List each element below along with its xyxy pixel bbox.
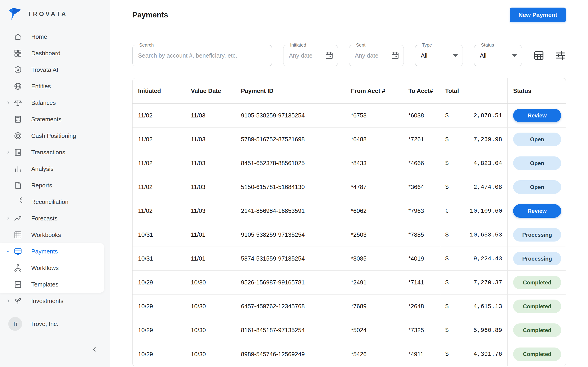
payment-row[interactable]: 11/0211/039105-538259-97135254*6758*6038…	[132, 104, 566, 127]
value-date-cell: 11/03	[191, 199, 241, 223]
sidebar-item-entities[interactable]: Entities	[0, 78, 110, 94]
currency-symbol: $	[445, 327, 449, 334]
initiated-date-field[interactable]: Initiated Any date	[283, 45, 338, 66]
home-icon	[13, 32, 23, 42]
status-completed-pill[interactable]: Completed	[513, 348, 561, 361]
initiated-cell: 10/31	[132, 223, 191, 247]
sent-date-field[interactable]: Sent Any date	[349, 45, 404, 66]
status-open-pill[interactable]: Open	[513, 133, 561, 146]
sidebar-item-reports[interactable]: Reports	[0, 177, 110, 194]
initiated-field-label: Initiated	[288, 42, 308, 48]
sidebar-item-label: Forecasts	[31, 215, 57, 222]
from-acct-cell: *8433	[351, 151, 408, 175]
total-cell: $2,474.08	[440, 175, 507, 199]
type-select[interactable]: Type All	[415, 45, 463, 66]
status-select[interactable]: Status All	[474, 45, 522, 66]
payments-nav-group: PaymentsWorkflowsTemplates	[0, 243, 104, 293]
sidebar-item-statements[interactable]: Statements	[0, 111, 110, 127]
page-header: Payments New Payment	[132, 8, 566, 22]
sidebar-item-reconciliation[interactable]: Reconciliation	[0, 194, 110, 210]
total-cell: €10,109.60	[440, 199, 507, 223]
sidebar-item-workflows[interactable]: Workflows	[0, 260, 104, 276]
amount: 7,270.37	[473, 279, 502, 286]
sidebar-item-cash-positioning[interactable]: Cash Positioning	[0, 127, 110, 144]
payment-id-cell: 5874-531559-97135254	[241, 247, 351, 270]
sidebar-item-balances[interactable]: Balances	[0, 94, 110, 111]
to-acct-cell: *7325	[408, 318, 440, 342]
chevron-right-icon	[4, 100, 12, 105]
calendar-icon	[325, 51, 334, 60]
payment-row[interactable]: 10/2910/309526-156987-99165781*2491*7141…	[132, 271, 566, 294]
account-switcher[interactable]: Tr Trove, Inc.	[0, 317, 110, 331]
payment-row[interactable]: 10/2910/308989-545746-12569249*5426*4911…	[132, 342, 566, 366]
brand[interactable]: TROVATA	[0, 0, 110, 28]
column-header-value-date[interactable]: Value Date	[191, 78, 241, 103]
sidebar-item-trovata-ai[interactable]: Trovata AI	[0, 61, 110, 78]
avatar: Tr	[8, 317, 22, 331]
sidebar-item-home[interactable]: Home	[0, 28, 110, 45]
payment-row[interactable]: 11/0211/038451-652378-88561025*8433*4666…	[132, 151, 566, 175]
status-completed-pill[interactable]: Completed	[513, 323, 561, 337]
payment-row[interactable]: 11/0211/035150-615781-51684130*4787*3664…	[132, 175, 566, 199]
sidebar-item-dashboard[interactable]: Dashboard	[0, 45, 110, 61]
new-payment-button[interactable]: New Payment	[510, 8, 566, 22]
payment-row[interactable]: 11/0211/035789-516752-87521698*6488*7261…	[132, 127, 566, 151]
total-cell: $4,391.76	[440, 342, 507, 366]
status-processing-pill[interactable]: Processing	[513, 228, 561, 242]
sidebar-item-templates[interactable]: Templates	[0, 276, 104, 293]
total-cell: $2,878.51	[440, 104, 507, 127]
payment-row[interactable]: 10/3111/015874-531559-97135254*3085*4019…	[132, 247, 566, 271]
column-header-to-acct[interactable]: To Acct#	[408, 78, 440, 103]
column-header-from-acct[interactable]: From Acct #	[351, 78, 408, 103]
status-open-pill[interactable]: Open	[513, 180, 561, 194]
sidebar-item-label: Reconciliation	[31, 198, 69, 206]
to-acct-cell: *7963	[408, 199, 440, 223]
from-acct-cell: *5024	[351, 318, 408, 342]
status-completed-pill[interactable]: Completed	[513, 276, 561, 289]
initiated-cell: 11/02	[132, 127, 191, 151]
view-controls	[533, 50, 566, 61]
payment-row[interactable]: 10/2910/308161-845187-97135254*5024*7325…	[132, 318, 566, 342]
sidebar-item-investments[interactable]: Investments	[0, 293, 110, 309]
sidebar-collapse-button[interactable]	[89, 344, 100, 355]
tune-icon	[555, 50, 566, 61]
filter-settings-button[interactable]	[555, 50, 566, 61]
search-field-label: Search	[137, 42, 156, 48]
sidebar-item-payments[interactable]: Payments	[0, 243, 104, 260]
sidebar-item-workbooks[interactable]: Workbooks	[0, 227, 110, 243]
chevron-right-icon	[4, 150, 12, 155]
status-review-pill[interactable]: Review	[513, 204, 561, 218]
payment-row[interactable]: 11/0211/032141-856984-16853591*6062*7963…	[132, 199, 566, 223]
column-header-initiated[interactable]: Initiated	[132, 78, 191, 103]
column-header-total[interactable]: Total	[440, 78, 507, 103]
sidebar-item-forecasts[interactable]: Forecasts	[0, 210, 110, 227]
sidebar-item-transactions[interactable]: Transactions	[0, 144, 110, 161]
currency-symbol: €	[445, 208, 449, 215]
type-select-label: Type	[420, 42, 434, 48]
initiated-cell: 10/29	[132, 318, 191, 342]
initiated-cell: 10/29	[132, 294, 191, 318]
main-content: Payments New Payment Search Initiated An…	[110, 0, 588, 367]
status-open-pill[interactable]: Open	[513, 156, 561, 170]
status-completed-pill[interactable]: Completed	[513, 300, 561, 313]
sidebar-item-label: Workflows	[31, 265, 59, 272]
dashboard-icon	[13, 48, 23, 58]
sidebar-item-label: Home	[31, 33, 47, 40]
status-review-pill[interactable]: Review	[513, 109, 561, 122]
currency-symbol: $	[445, 184, 449, 191]
currency-symbol: $	[445, 136, 449, 143]
grid-view-button[interactable]	[533, 50, 544, 61]
payment-id-cell: 9105-538259-97135254	[241, 104, 351, 127]
status-processing-pill[interactable]: Processing	[513, 252, 561, 265]
currency-symbol: $	[445, 303, 449, 310]
sidebar-item-label: Templates	[31, 281, 59, 288]
search-field[interactable]: Search	[132, 45, 272, 66]
column-header-status[interactable]: Status	[507, 78, 566, 103]
to-acct-cell: *7885	[408, 223, 440, 247]
search-input[interactable]	[138, 52, 266, 59]
payment-row[interactable]: 10/2910/306457-459762-12345768*7689*2648…	[132, 294, 566, 318]
payment-row[interactable]: 10/3111/019105-538259-97135254*2503*7885…	[132, 223, 566, 247]
cash-positioning-icon	[13, 131, 23, 141]
column-header-payment-id[interactable]: Payment ID	[241, 78, 351, 103]
sidebar-item-analysis[interactable]: Analysis	[0, 161, 110, 177]
